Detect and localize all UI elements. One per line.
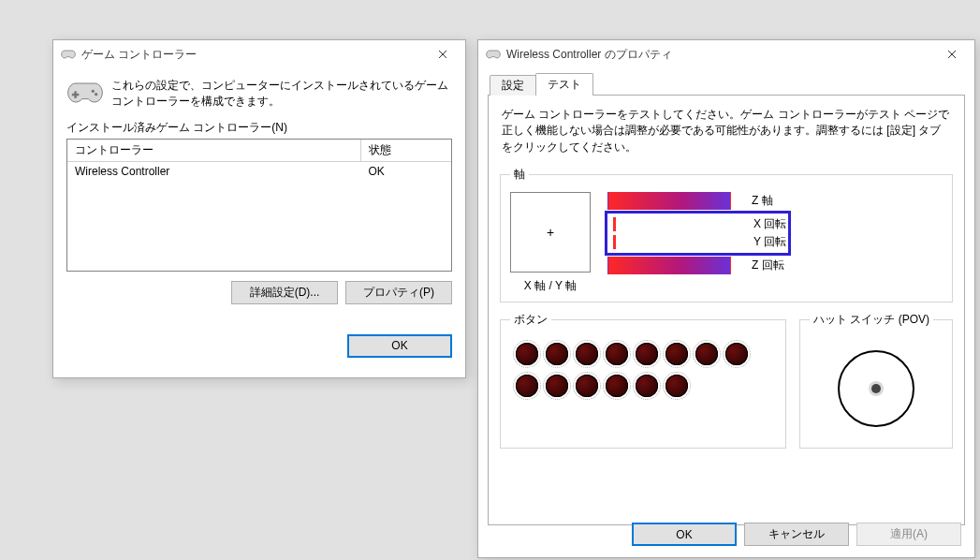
axis-bar-row: Z 軸 [607,192,788,210]
axis-bar-label: Z 軸 [752,193,773,209]
gamepad-icon [61,47,76,62]
button-indicator [606,343,628,365]
axis-bar-label: Y 回転 [753,234,786,250]
pov-indicator [838,350,914,427]
button-indicator [516,343,538,365]
col-controller[interactable]: コントローラー [67,140,361,162]
cancel-button[interactable]: キャンセル [744,523,849,546]
pov-center-icon [871,384,881,393]
svg-point-0 [92,90,95,93]
tabstrip: 設定 テスト [488,75,965,96]
button-indicator [666,375,688,397]
col-status[interactable]: 状態 [361,140,452,162]
controller-list[interactable]: コントローラー 状態 Wireless ControllerOK [66,139,452,272]
ok-button[interactable]: OK [632,523,737,546]
button-indicator [666,343,688,365]
button-row [516,375,770,397]
button-row [516,343,770,365]
button-indicator [576,375,598,397]
controller-status: OK [361,161,452,181]
intro-text: これらの設定で、コンピューターにインストールされているゲーム コントローラーを構… [111,78,452,111]
installed-list-label: インストール済みゲーム コントローラー(N) [66,120,452,136]
button-indicator [636,343,658,365]
xy-crosshair-icon: + [547,225,554,240]
button-indicator [546,343,568,365]
titlebar[interactable]: Wireless Controller のプロパティ [478,40,974,68]
gamepad-large-icon [66,80,104,108]
tab-panel-test: ゲーム コントローラーをテストしてください。ゲーム コントローラーがテスト ペー… [488,95,965,525]
axis-group: 軸 + X 軸 / Y 軸 Z 軸X 回転Y 回転Z 回転 [500,167,953,302]
titlebar[interactable]: ゲーム コントローラー [53,40,465,68]
buttons-group-label: ボタン [510,312,551,328]
axis-bar [607,192,731,210]
close-button[interactable] [931,41,973,67]
axis-bar-label: Z 回転 [752,258,784,273]
game-controllers-window: ゲーム コントローラー これらの設定で、コンピューターにインストールされているゲ… [52,39,466,378]
svg-point-1 [95,93,97,96]
ok-button[interactable]: OK [347,334,452,358]
button-indicator [516,375,538,397]
button-indicator [576,343,598,365]
svg-rect-3 [72,94,80,96]
properties-button[interactable]: プロパティ(P) [345,281,452,304]
window-body: 設定 テスト ゲーム コントローラーをテストしてください。ゲーム コントローラー… [478,68,974,535]
table-row[interactable]: Wireless ControllerOK [67,161,451,181]
advanced-settings-button[interactable]: 詳細設定(D)... [231,281,338,304]
axis-bar-tick [613,217,616,231]
apply-button[interactable]: 適用(A) [856,523,961,546]
axis-bar-label: X 回転 [753,216,786,232]
dialog-footer: OK キャンセル 適用(A) [632,523,961,546]
tab-settings[interactable]: 設定 [490,75,536,96]
axis-bar [609,233,733,251]
window-title: ゲーム コントローラー [81,47,422,63]
gamepad-icon [486,47,501,62]
button-indicator [546,375,568,397]
axis-bar [609,215,733,233]
button-indicator [636,375,658,397]
highlight-frame: X 回転Y 回転 [605,211,791,256]
axis-bar [607,257,731,274]
xy-axis-label: X 軸 / Y 軸 [524,278,577,294]
controller-name: Wireless Controller [67,161,361,181]
axis-group-label: 軸 [510,167,529,183]
close-button[interactable] [422,41,463,67]
window-body: これらの設定で、コンピューターにインストールされているゲーム コントローラーを構… [53,68,465,369]
axis-bar-tick [613,235,616,249]
pov-group: ハット スイッチ (POV) [799,312,953,449]
pov-group-label: ハット スイッチ (POV) [810,312,933,328]
button-indicator [725,343,748,365]
window-title: Wireless Controller のプロパティ [506,47,931,63]
button-indicator [606,375,628,397]
buttons-group: ボタン [500,312,786,449]
controller-properties-window: Wireless Controller のプロパティ 設定 テスト ゲーム コン… [477,39,975,558]
xy-axis-box: + [510,192,591,273]
axis-bar-row: X 回転 [609,215,786,233]
button-indicator [695,343,718,365]
test-instruction: ゲーム コントローラーをテストしてください。ゲーム コントローラーがテスト ペー… [502,107,951,155]
axis-bar-row: Y 回転 [609,233,786,251]
tab-test[interactable]: テスト [535,73,593,96]
axis-bar-row: Z 回転 [607,257,788,274]
